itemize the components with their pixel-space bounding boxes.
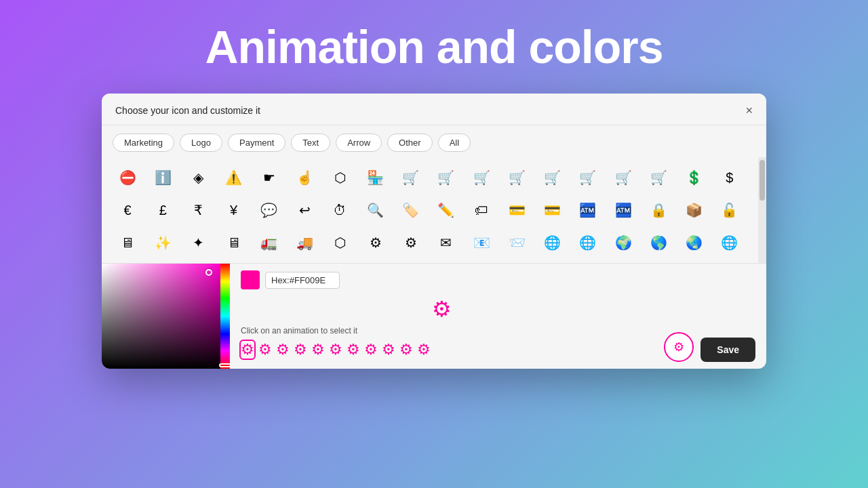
bottom-panel: ⚙ Click on an animation to select it ⚙ ⚙…: [102, 263, 766, 369]
icon-globe-search[interactable]: 🌐: [573, 228, 603, 258]
page-title: Animation and colors: [205, 20, 663, 73]
icons-grid: ⛔ ℹ️ ◈ ⚠️ ☛ ☝ ⬡ 🏪 🛒 🛒 🛒 🛒 🛒 🛒 🛒 🛒 💲 $: [102, 157, 758, 263]
icon-cart-x[interactable]: 🛒: [396, 163, 426, 192]
icon-sparkle-alt[interactable]: ✦: [183, 228, 213, 258]
icon-box[interactable]: 📦: [679, 195, 709, 225]
anim-icon-11[interactable]: ⚙: [417, 341, 431, 359]
icon-mail-send[interactable]: ✉: [431, 228, 461, 258]
icon-atm[interactable]: 🏧: [573, 195, 603, 225]
color-gradient-canvas[interactable]: [102, 264, 220, 369]
save-area: ⚙ Save: [653, 264, 766, 369]
icon-yen[interactable]: ¥: [219, 195, 249, 225]
anim-icon-10[interactable]: ⚙: [399, 341, 413, 359]
icon-lock[interactable]: 🔒: [644, 195, 673, 225]
icon-globe-alt[interactable]: 🌐: [715, 228, 745, 258]
icon-unlock[interactable]: 🔓: [715, 195, 745, 225]
hex-row: [241, 270, 642, 289]
icon-tag-filled[interactable]: 🏷️: [396, 195, 426, 225]
icon-info-circle[interactable]: ℹ️: [148, 163, 178, 192]
icon-globe-pin[interactable]: 🌐: [538, 228, 568, 258]
icon-store[interactable]: 🏪: [361, 163, 391, 192]
anim-icon-6[interactable]: ⚙: [329, 341, 342, 359]
color-picker: [102, 264, 230, 369]
animation-icons-grid: ⚙ ⚙ ⚙ ⚙ ⚙ ⚙ ⚙ ⚙ ⚙ ⚙ ⚙: [241, 341, 642, 359]
icon-cart-bag[interactable]: 🛒: [644, 163, 673, 192]
tab-other[interactable]: Other: [387, 134, 433, 152]
icon-mail-receive[interactable]: 📨: [502, 228, 532, 258]
icon-monitor-tag[interactable]: 🖥: [219, 228, 249, 258]
icon-message[interactable]: 💬: [254, 195, 284, 225]
tab-text[interactable]: Text: [291, 134, 330, 152]
tab-arrow[interactable]: Arrow: [336, 134, 382, 152]
tab-logo[interactable]: Logo: [180, 134, 222, 152]
selected-icon-preview: ⚙: [241, 296, 642, 322]
icon-truck-alt[interactable]: 🚚: [290, 228, 319, 258]
icon-atm-alt[interactable]: 🏧: [608, 195, 638, 225]
icon-mail-open[interactable]: 📧: [467, 228, 496, 258]
save-button[interactable]: Save: [701, 338, 755, 362]
icon-cart-alt[interactable]: 🛒: [608, 163, 638, 192]
icon-tag-edit[interactable]: ✏️: [431, 195, 461, 225]
icon-globe-asia[interactable]: 🌏: [679, 228, 709, 258]
animation-hint: Click on an animation to select it: [241, 326, 642, 336]
tab-marketing[interactable]: Marketing: [113, 134, 174, 152]
dialog-title: Choose your icon and customize it: [115, 105, 260, 116]
icon-globe-americas[interactable]: 🌎: [644, 228, 673, 258]
color-swatch: [241, 270, 260, 289]
icon-monitor-cart[interactable]: 🖥: [113, 228, 142, 258]
anim-icon-3[interactable]: ⚙: [276, 341, 290, 359]
tab-all[interactable]: All: [438, 134, 471, 152]
anim-icon-2[interactable]: ⚙: [258, 341, 272, 359]
icon-diamond-warning[interactable]: ◈: [183, 163, 213, 192]
icon-cart-badge[interactable]: 🛒: [467, 163, 496, 192]
scrollbar[interactable]: [758, 157, 766, 263]
hue-cursor: [219, 363, 231, 367]
color-picker-cursor: [205, 269, 212, 276]
dialog-main: Marketing Logo Payment Text Arrow Other …: [102, 125, 766, 263]
anim-icon-9[interactable]: ⚙: [382, 341, 395, 359]
hex-input[interactable]: [265, 272, 340, 289]
animation-panel: ⚙ Click on an animation to select it ⚙ ⚙…: [230, 264, 653, 369]
anim-icon-7[interactable]: ⚙: [347, 341, 360, 359]
icon-rupee[interactable]: ₹: [183, 195, 213, 225]
icon-cart-filled[interactable]: 🛒: [538, 163, 568, 192]
icon-globe-europe[interactable]: 🌍: [608, 228, 638, 258]
icon-select-box[interactable]: ⬡: [325, 228, 355, 258]
anim-icon-4[interactable]: ⚙: [294, 341, 307, 359]
scrollbar-thumb[interactable]: [760, 160, 765, 201]
icon-cart-outline[interactable]: 🛒: [573, 163, 603, 192]
icon-dollar-alt[interactable]: $: [715, 163, 745, 192]
icon-card[interactable]: 💳: [538, 195, 568, 225]
icon-gear-badge[interactable]: ⚙: [361, 228, 391, 258]
icon-tag-x[interactable]: 🏷: [467, 195, 496, 225]
icon-card-swipe[interactable]: 💳: [502, 195, 532, 225]
close-button[interactable]: ×: [745, 104, 753, 117]
icon-sparkle[interactable]: ✨: [148, 228, 178, 258]
icon-truck[interactable]: 🚛: [254, 228, 284, 258]
icon-dollar-circle[interactable]: 💲: [679, 163, 709, 192]
anim-icon-5[interactable]: ⚙: [311, 341, 325, 359]
icon-cursor[interactable]: ☛: [254, 163, 284, 192]
icon-clock[interactable]: ⏱: [325, 195, 355, 225]
icon-pound[interactable]: £: [148, 195, 178, 225]
tabs-bar: Marketing Logo Payment Text Arrow Other …: [102, 125, 766, 157]
icon-refresh[interactable]: ↩: [290, 195, 319, 225]
icon-triangle-warning[interactable]: ⚠️: [219, 163, 249, 192]
icon-hex-outline[interactable]: ⬡: [325, 163, 355, 192]
save-preview-icon[interactable]: ⚙: [664, 332, 694, 362]
icon-euro[interactable]: €: [113, 195, 142, 225]
anim-icon-8[interactable]: ⚙: [364, 341, 378, 359]
dialog-header: Choose your icon and customize it ×: [102, 94, 766, 125]
tab-payment[interactable]: Payment: [228, 134, 285, 152]
icon-tag-search[interactable]: 🔍: [361, 195, 391, 225]
icon-picker-dialog: Choose your icon and customize it × Mark…: [102, 94, 766, 369]
icon-finger-tap[interactable]: ☝: [290, 163, 319, 192]
hue-slider[interactable]: [220, 264, 230, 369]
icon-warning-filled[interactable]: ⛔: [113, 163, 142, 192]
icon-cart-check[interactable]: 🛒: [431, 163, 461, 192]
anim-icon-1[interactable]: ⚙: [241, 341, 254, 359]
icon-cart-plus[interactable]: 🛒: [502, 163, 532, 192]
icon-gear-x[interactable]: ⚙: [396, 228, 426, 258]
